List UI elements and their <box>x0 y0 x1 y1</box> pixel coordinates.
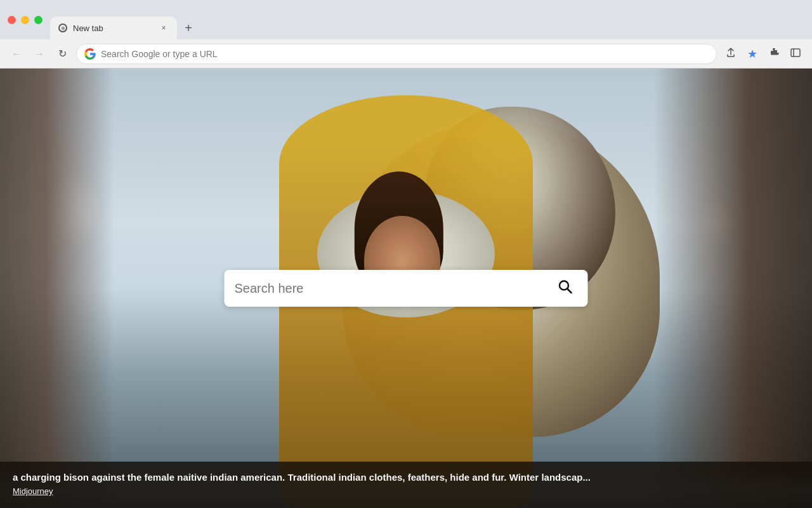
toolbar-icons: ★ <box>722 45 804 63</box>
close-window-button[interactable] <box>8 16 16 24</box>
tab-bar: ⊕ New tab × + <box>50 0 804 39</box>
forward-icon: → <box>34 48 44 60</box>
search-button[interactable] <box>553 276 578 301</box>
sidebar-icon <box>790 48 801 60</box>
search-icon <box>558 279 573 298</box>
close-tab-button[interactable]: × <box>158 22 169 34</box>
reload-icon: ↻ <box>58 48 67 60</box>
share-icon <box>726 48 736 60</box>
search-container <box>225 270 588 307</box>
puzzle-icon <box>769 48 779 60</box>
back-icon: ← <box>11 48 22 60</box>
search-box <box>225 270 588 307</box>
left-dark-fur <box>0 69 114 508</box>
search-input[interactable] <box>235 281 553 296</box>
svg-rect-0 <box>791 49 800 57</box>
url-input[interactable] <box>101 49 709 59</box>
back-button[interactable]: ← <box>8 45 25 63</box>
extensions-button[interactable] <box>765 45 783 63</box>
right-dark-fur <box>653 69 812 508</box>
sidebar-button[interactable] <box>787 45 804 63</box>
reload-button[interactable]: ↻ <box>53 45 71 63</box>
share-button[interactable] <box>722 45 740 63</box>
titlebar: ⊕ New tab × + <box>0 0 812 39</box>
caption-source-link[interactable]: Midjourney <box>13 486 53 496</box>
minimize-window-button[interactable] <box>21 16 29 24</box>
window-controls <box>8 16 43 24</box>
maximize-window-button[interactable] <box>34 16 43 24</box>
new-tab-icon: ⊕ <box>58 23 67 32</box>
new-tab-button[interactable]: + <box>180 19 197 37</box>
caption-text: a charging bison against the female nait… <box>13 471 799 484</box>
addressbar-row: ← → ↻ ★ <box>0 39 812 69</box>
address-bar[interactable] <box>76 44 717 64</box>
tab-title: New tab <box>73 23 153 33</box>
svg-line-3 <box>568 289 572 293</box>
main-content: a charging bison against the female nait… <box>0 69 812 508</box>
caption-bar: a charging bison against the female nait… <box>0 462 812 508</box>
google-logo-icon <box>84 48 96 60</box>
bookmark-button[interactable]: ★ <box>743 45 761 63</box>
forward-button[interactable]: → <box>30 45 48 63</box>
active-tab[interactable]: ⊕ New tab × <box>50 17 177 39</box>
tab-favicon-icon: ⊕ <box>58 23 68 33</box>
bookmark-star-icon: ★ <box>747 47 757 61</box>
